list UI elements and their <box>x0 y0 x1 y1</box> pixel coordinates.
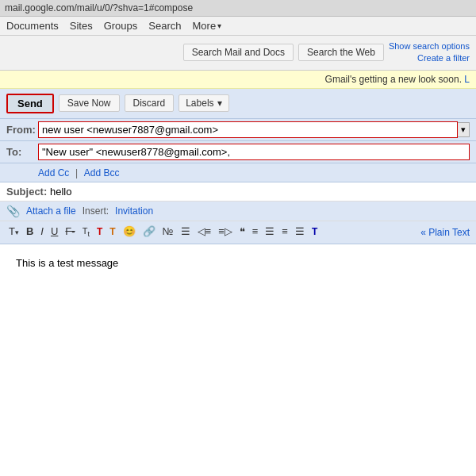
indent-more-button[interactable]: ≡▷ <box>216 225 235 240</box>
nav-more-label: More <box>193 20 217 32</box>
cc-bcc-separator: | <box>75 167 78 178</box>
subject-row: Subject: hello <box>0 182 476 202</box>
compose-toolbar: Send Save Now Discard Labels ▾ <box>0 89 476 119</box>
remove-formatting-button[interactable]: T <box>309 225 320 240</box>
text-color-button[interactable]: T <box>94 225 105 240</box>
add-bcc-link[interactable]: Add Bcc <box>84 167 120 178</box>
font-button[interactable]: T▾ <box>6 225 21 240</box>
blockquote-button[interactable]: ❝ <box>237 225 248 240</box>
show-search-options-link[interactable]: Show search options <box>389 41 470 51</box>
nav-documents[interactable]: Documents <box>6 20 59 32</box>
emoji-button[interactable]: 😊 <box>121 225 138 240</box>
from-input[interactable] <box>38 121 458 138</box>
align-justify-button[interactable]: ☰ <box>293 225 307 240</box>
underline-button[interactable]: U <box>48 225 60 240</box>
labels-arrow-icon: ▾ <box>217 98 222 109</box>
numbered-list-button[interactable]: № <box>160 225 176 240</box>
notice-link[interactable]: L <box>464 74 470 85</box>
labels-label: Labels <box>186 98 213 109</box>
bold-button[interactable]: B <box>24 225 36 240</box>
save-now-button[interactable]: Save Now <box>59 94 120 112</box>
strikethrough-button[interactable]: F- <box>63 225 77 240</box>
notice-text: Gmail's getting a new look soon. <box>325 74 462 85</box>
nav-sites[interactable]: Sites <box>70 20 93 32</box>
italic-button[interactable]: I <box>38 225 46 240</box>
align-left-button[interactable]: ≡ <box>250 225 261 240</box>
align-center-button[interactable]: ☰ <box>263 225 277 240</box>
create-filter-link[interactable]: Create a filter <box>417 53 470 63</box>
bullet-list-button[interactable]: ☰ <box>178 225 193 240</box>
message-body-area: This is a test message <box>0 244 476 416</box>
search-web-button[interactable]: Search the Web <box>298 44 384 61</box>
insert-label: Insert: <box>83 205 109 217</box>
to-input[interactable] <box>38 144 470 160</box>
message-body[interactable]: This is a test message <box>8 251 468 409</box>
link-button[interactable]: 🔗 <box>140 225 158 240</box>
paperclip-icon: 📎 <box>6 205 20 217</box>
cc-bcc-row: Add Cc | Add Bcc <box>0 163 476 182</box>
labels-button[interactable]: Labels ▾ <box>178 94 228 112</box>
search-mail-docs-button[interactable]: Search Mail and Docs <box>183 44 294 61</box>
attach-row: 📎 Attach a file Insert: Invitation <box>0 202 476 221</box>
align-right-button[interactable]: ≡ <box>279 225 290 240</box>
to-row: To: <box>0 141 476 163</box>
from-row: From: ▾ <box>0 119 476 141</box>
search-bar: Search Mail and Docs Search the Web Show… <box>0 36 476 71</box>
from-dropdown-button[interactable]: ▾ <box>458 122 470 137</box>
nav-groups[interactable]: Groups <box>104 20 138 32</box>
email-form: From: ▾ To: Add Cc | Add Bcc <box>0 119 476 182</box>
text-highlight-button[interactable]: T <box>107 225 117 240</box>
plain-text-link[interactable]: « Plain Text <box>420 227 470 238</box>
notice-bar: Gmail's getting a new look soon. L <box>0 71 476 89</box>
nav-search[interactable]: Search <box>148 20 181 32</box>
search-links: Show search options Create a filter <box>389 40 470 65</box>
discard-button[interactable]: Discard <box>125 94 175 112</box>
from-label: From: <box>6 124 38 136</box>
invitation-link[interactable]: Invitation <box>115 205 153 217</box>
tt-button[interactable]: Tt <box>80 225 92 240</box>
nav-bar: Documents Sites Groups Search More ▾ <box>0 17 476 36</box>
to-label: To: <box>6 146 38 158</box>
add-cc-link[interactable]: Add Cc <box>38 167 69 178</box>
more-arrow-icon: ▾ <box>217 21 221 30</box>
from-input-wrap: ▾ <box>38 121 470 138</box>
format-toolbar: T▾ B I U F- Tt T T 😊 🔗 № ☰ ◁≡ ≡▷ ❝ ≡ ☰ ≡… <box>0 221 476 244</box>
address-bar: mail.google.com/mail/u/0/?shva=1#compose <box>0 0 476 17</box>
attach-file-link[interactable]: Attach a file <box>26 205 76 217</box>
url-text: mail.google.com/mail/u/0/?shva=1#compose <box>5 2 193 13</box>
send-button[interactable]: Send <box>6 94 54 113</box>
subject-value: hello <box>50 186 71 198</box>
subject-label: Subject: <box>6 186 50 198</box>
nav-more[interactable]: More ▾ <box>193 20 222 32</box>
indent-less-button[interactable]: ◁≡ <box>195 225 214 240</box>
